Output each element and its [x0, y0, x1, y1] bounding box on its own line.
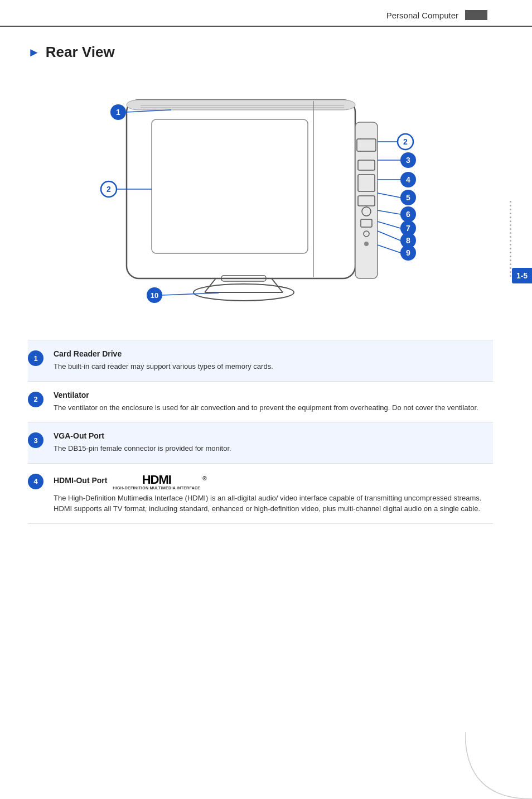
- desc-title-4: HDMI-Out Port HDMI HIGH-DEFINITION MULTI…: [54, 473, 493, 490]
- svg-rect-7: [355, 122, 378, 278]
- svg-line-22: [126, 110, 171, 112]
- svg-line-52: [162, 293, 219, 295]
- svg-text:2: 2: [107, 185, 111, 194]
- svg-text:6: 6: [406, 210, 410, 219]
- desc-text-4: The High-Definition Multimedia Interface…: [54, 493, 493, 514]
- svg-line-49: [378, 245, 400, 253]
- page-header: Personal Computer: [0, 0, 532, 27]
- svg-text:9: 9: [406, 248, 410, 257]
- desc-text-1: The built-in card reader may support var…: [54, 361, 493, 372]
- header-bar: [465, 10, 487, 20]
- desc-content-1: Card Reader Drive The built-in card read…: [54, 349, 493, 372]
- page-decoration: [465, 732, 532, 799]
- svg-line-37: [378, 193, 400, 198]
- desc-item-3: 3 VGA-Out Port The DB15-pin female conne…: [28, 422, 493, 464]
- badge-4: 4: [28, 474, 43, 489]
- descriptions-list: 1 Card Reader Drive The built-in card re…: [28, 340, 493, 524]
- desc-text-3: The DB15-pin female connector is provide…: [54, 443, 493, 454]
- svg-line-40: [378, 210, 400, 214]
- svg-point-15: [364, 242, 369, 246]
- desc-item-1: 1 Card Reader Drive The built-in card re…: [28, 340, 493, 382]
- rear-view-diagram: 1 2 2 3 4 5 6: [60, 78, 461, 317]
- desc-content-4: HDMI-Out Port HDMI HIGH-DEFINITION MULTI…: [54, 473, 493, 514]
- svg-line-43: [378, 222, 400, 228]
- svg-rect-1: [152, 119, 308, 253]
- section-heading: ► Rear View: [28, 44, 493, 61]
- badge-1: 1: [28, 350, 43, 366]
- svg-text:10: 10: [151, 291, 158, 300]
- svg-text:7: 7: [406, 224, 410, 233]
- desc-title-2: Ventilator: [54, 391, 493, 399]
- svg-text:4: 4: [406, 175, 410, 184]
- svg-text:3: 3: [406, 156, 410, 165]
- page-title: Personal Computer: [386, 11, 458, 20]
- desc-title-1: Card Reader Drive: [54, 349, 493, 358]
- desc-title-3: VGA-Out Port: [54, 431, 493, 440]
- desc-content-2: Ventilator The ventilator on the enclosu…: [54, 391, 493, 413]
- svg-rect-16: [127, 100, 355, 110]
- svg-rect-0: [127, 100, 355, 278]
- desc-item-2: 2 Ventilator The ventilator on the enclo…: [28, 382, 493, 423]
- desc-text-2: The ventilator on the enclosure is used …: [54, 402, 493, 413]
- svg-text:1: 1: [116, 108, 120, 117]
- main-content: ► Rear View: [0, 32, 532, 541]
- hdmi-logo: HDMI HIGH-DEFINITION MULTIMEDIA INTERFAC…: [113, 473, 200, 490]
- svg-line-46: [378, 231, 400, 240]
- chevron-right-icon: ►: [28, 45, 40, 60]
- svg-text:5: 5: [406, 193, 410, 202]
- badge-2: 2: [28, 392, 43, 407]
- section-title: Rear View: [46, 44, 115, 61]
- svg-text:2: 2: [403, 137, 408, 146]
- badge-3: 3: [28, 432, 43, 448]
- page-number-tab: 1-5: [512, 268, 532, 283]
- desc-item-4: 4 HDMI-Out Port HDMI HIGH-DEFINITION MUL…: [28, 464, 493, 524]
- desc-content-3: VGA-Out Port The DB15-pin female connect…: [54, 431, 493, 454]
- svg-text:8: 8: [406, 236, 410, 245]
- diagram-svg: 1 2 2 3 4 5 6: [60, 78, 461, 317]
